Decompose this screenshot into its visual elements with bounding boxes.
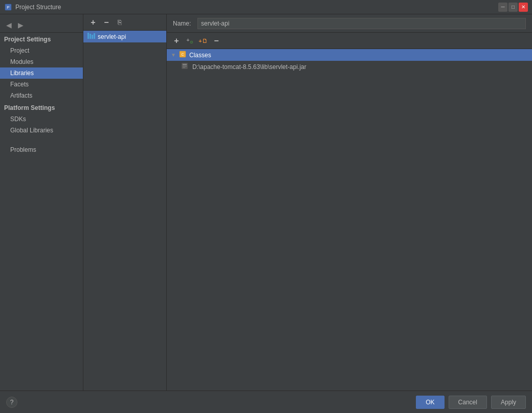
- tree-area: ▼ C Classes: [167, 49, 532, 391]
- lib-list-item-label: servlet-api: [98, 33, 126, 40]
- jar-path: D:\apache-tomcat-8.5.63\lib\servlet-api.…: [192, 63, 306, 71]
- sidebar-item-modules[interactable]: Modules: [0, 56, 83, 67]
- svg-text:C: C: [181, 53, 184, 56]
- add-jar-button[interactable]: +🗋: [197, 35, 209, 47]
- sidebar-item-artifacts[interactable]: Artifacts: [0, 90, 83, 101]
- svg-rect-2: [87, 33, 89, 39]
- sidebar-item-facets[interactable]: Facets: [0, 79, 83, 90]
- remove-icon: −: [104, 18, 108, 27]
- project-settings-section: Project Settings: [0, 33, 83, 45]
- svg-rect-4: [92, 35, 93, 39]
- classes-icon: C: [179, 51, 186, 59]
- add-library-button[interactable]: +: [87, 17, 99, 28]
- svg-rect-10: [183, 65, 187, 66]
- svg-rect-5: [94, 33, 95, 39]
- maximize-button[interactable]: □: [508, 3, 518, 12]
- library-content: + − ⎘: [83, 14, 532, 391]
- classes-tree-item[interactable]: ▼ C Classes: [167, 49, 532, 61]
- lib-list-item[interactable]: servlet-api: [83, 31, 166, 42]
- app-icon: P: [4, 3, 12, 11]
- classes-label: Classes: [189, 52, 211, 59]
- content-area: ◀ ▶ Project Settings Project Modules Lib…: [0, 14, 532, 391]
- svg-rect-12: [183, 67, 185, 68]
- forward-button[interactable]: ▶: [16, 20, 26, 30]
- back-button[interactable]: ◀: [4, 20, 14, 30]
- detail-panel: Name: + +⊙ +🗋: [167, 14, 532, 391]
- svg-text:P: P: [7, 5, 9, 10]
- platform-settings-section: Platform Settings: [0, 101, 83, 113]
- add-jar-icon: +🗋: [198, 38, 207, 44]
- bottom-left: ?: [6, 397, 17, 408]
- ok-button[interactable]: OK: [416, 396, 444, 409]
- name-label: Name:: [173, 20, 193, 27]
- right-panel: + − ⎘: [83, 14, 532, 391]
- copy-library-button[interactable]: ⎘: [114, 17, 125, 28]
- nav-bar: ◀ ▶: [0, 17, 83, 33]
- sidebar-item-project[interactable]: Project: [0, 45, 83, 56]
- main-container: ◀ ▶ Project Settings Project Modules Lib…: [0, 14, 532, 413]
- svg-rect-3: [90, 34, 91, 39]
- apply-button[interactable]: Apply: [491, 396, 526, 409]
- name-input[interactable]: [197, 18, 526, 29]
- library-icon: [87, 33, 96, 40]
- bottom-right: OK Cancel Apply: [416, 396, 526, 409]
- add-icon: +: [91, 18, 95, 27]
- cancel-button[interactable]: Cancel: [449, 396, 487, 409]
- help-button[interactable]: ?: [6, 397, 17, 408]
- sidebar-item-libraries[interactable]: Libraries: [0, 67, 83, 79]
- library-list-panel: + − ⎘: [83, 14, 167, 391]
- window-title: Project Structure: [15, 4, 498, 11]
- jar-tree-item[interactable]: D:\apache-tomcat-8.5.63\lib\servlet-api.…: [167, 61, 532, 73]
- copy-icon: ⎘: [118, 18, 122, 26]
- close-button[interactable]: ✕: [519, 3, 528, 12]
- remove-classes-button[interactable]: −: [211, 35, 222, 47]
- window-controls: ─ □ ✕: [498, 3, 528, 12]
- svg-rect-9: [183, 64, 187, 65]
- lib-list: servlet-api: [83, 31, 167, 42]
- lib-list-toolbar: + − ⎘: [83, 14, 166, 31]
- collapse-icon: ▼: [171, 52, 177, 58]
- detail-toolbar: + +⊙ +🗋 −: [167, 33, 532, 49]
- jar-icon: [181, 62, 188, 71]
- add-module-button[interactable]: +⊙: [184, 35, 195, 47]
- minimize-button[interactable]: ─: [498, 3, 507, 12]
- bottom-bar: ? OK Cancel Apply: [0, 391, 532, 413]
- minus-icon: −: [214, 36, 218, 45]
- add-module-icon: +⊙: [186, 37, 193, 44]
- sidebar-item-problems[interactable]: Problems: [0, 144, 83, 155]
- remove-library-button[interactable]: −: [101, 17, 112, 28]
- svg-rect-11: [183, 66, 187, 67]
- title-bar: P Project Structure ─ □ ✕: [0, 0, 532, 14]
- name-row: Name:: [167, 14, 532, 33]
- plus-icon: +: [174, 36, 179, 45]
- sidebar-item-global-libraries[interactable]: Global Libraries: [0, 125, 83, 136]
- add-classes-button[interactable]: +: [171, 35, 182, 47]
- sidebar: ◀ ▶ Project Settings Project Modules Lib…: [0, 14, 83, 391]
- sidebar-item-sdks[interactable]: SDKs: [0, 113, 83, 125]
